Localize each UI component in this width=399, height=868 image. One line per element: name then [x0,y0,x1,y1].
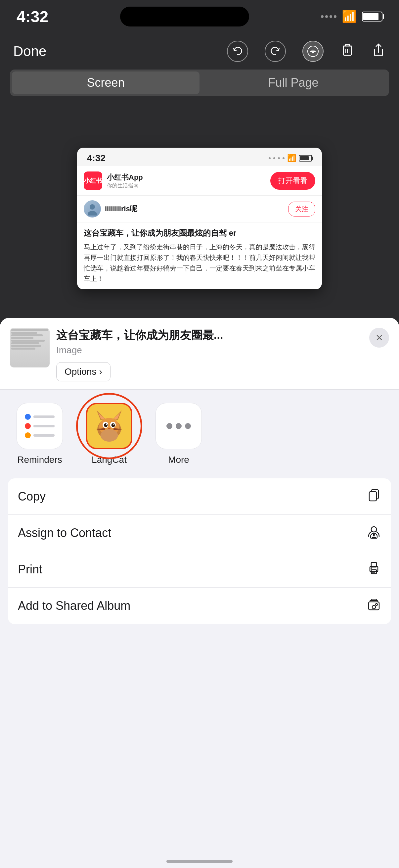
person-icon [367,524,381,541]
share-sheet: 这台宝藏车，让你成为朋友圈最... Image Options › ✕ [0,318,399,868]
reminders-label: Reminders [17,455,62,465]
share-info: 这台宝藏车，让你成为朋友圈最... Image Options › [56,328,363,381]
redbook-banner: 小红书 小红书App 你的生活指南 打开看看 [77,166,322,196]
svg-point-43 [372,606,375,609]
share-thumbnail [10,328,49,368]
apps-row: Reminders [0,390,399,472]
svg-point-39 [370,567,372,569]
mini-status-bar: 4:32 📶 [77,148,322,166]
print-label: Print [18,562,42,576]
svg-rect-42 [371,599,376,600]
action-list: Copy Assign to Contact [8,478,391,624]
close-icon: ✕ [375,332,383,343]
fullpage-tab[interactable]: Full Page [199,71,387,94]
more-label: More [168,455,189,465]
chevron-right-icon: › [99,367,102,377]
copy-label: Copy [18,490,46,503]
share-button[interactable] [371,43,386,60]
close-button[interactable]: ✕ [369,328,389,348]
redbook-logo: 小红书 [84,172,102,190]
langcat-wrapper [86,403,132,449]
assign-contact-label: Assign to Contact [18,526,111,540]
add-shared-album-action[interactable]: Add to Shared Album [8,588,391,624]
mini-status-icons: 📶 [269,154,312,162]
user-left: iiiiiiiiris呢 [84,200,137,217]
status-bar: 4:32 📶 [0,0,399,33]
printer-icon [367,560,381,578]
album-icon [367,597,381,615]
redbook-info: 小红书App 你的生活指南 [107,173,143,189]
follow-button[interactable]: 关注 [288,202,315,217]
svg-point-33 [373,534,375,536]
markup-button[interactable] [302,41,324,62]
app-item-langcat[interactable]: LangCat [79,403,139,465]
redbook-left: 小红书 小红书App 你的生活指南 [84,172,143,190]
avatar [84,200,101,217]
assign-contact-action[interactable]: Assign to Contact [8,515,391,551]
options-button[interactable]: Options › [56,362,110,381]
svg-point-7 [88,211,97,216]
mini-wifi-icon: 📶 [287,154,296,162]
delete-button[interactable] [340,43,355,60]
done-button[interactable]: Done [13,43,46,59]
reminders-icon [16,403,63,449]
screen-tab[interactable]: Screen [12,71,199,94]
redbook-open-button[interactable]: 打开看看 [270,172,315,190]
app-item-more[interactable]: More [149,403,208,465]
status-time: 4:32 [16,8,48,26]
app-item-reminders[interactable]: Reminders [10,403,69,465]
status-icons: 📶 [321,9,383,24]
content-area: 这台宝藏车，让你成为朋友圈最炫的自驾 er 马上过年了，又到了纷纷走街串巷的日子… [77,222,322,289]
print-action[interactable]: Print [8,551,391,588]
add-shared-album-label: Add to Shared Album [18,599,130,613]
signal-icon [321,15,336,18]
langcat-highlight-ring [76,393,142,459]
share-header: 这台宝藏车，让你成为朋友圈最... Image Options › ✕ [0,318,399,390]
wifi-icon: 📶 [342,9,357,24]
mini-battery-icon [299,155,312,161]
toolbar: Done [0,33,399,69]
copy-icon [367,488,381,505]
toolbar-icons [227,41,386,62]
user-section: iiiiiiiiris呢 关注 [77,196,322,222]
dynamic-island [120,7,249,27]
svg-rect-28 [369,492,376,501]
more-icon [156,403,202,449]
svg-point-6 [90,204,95,210]
svg-point-44 [375,603,377,606]
redo-button[interactable] [265,41,286,62]
segment-control: Screen Full Page [10,69,389,96]
copy-action[interactable]: Copy [8,478,391,515]
battery-icon [362,11,383,22]
screenshot-frame: 4:32 📶 小红书 小红书App 你的生活指南 打开看看 [77,148,322,289]
svg-point-32 [371,527,376,532]
undo-button[interactable] [227,41,248,62]
home-indicator [166,860,233,863]
screenshot-preview: 4:32 📶 小红书 小红书App 你的生活指南 打开看看 [0,103,399,334]
